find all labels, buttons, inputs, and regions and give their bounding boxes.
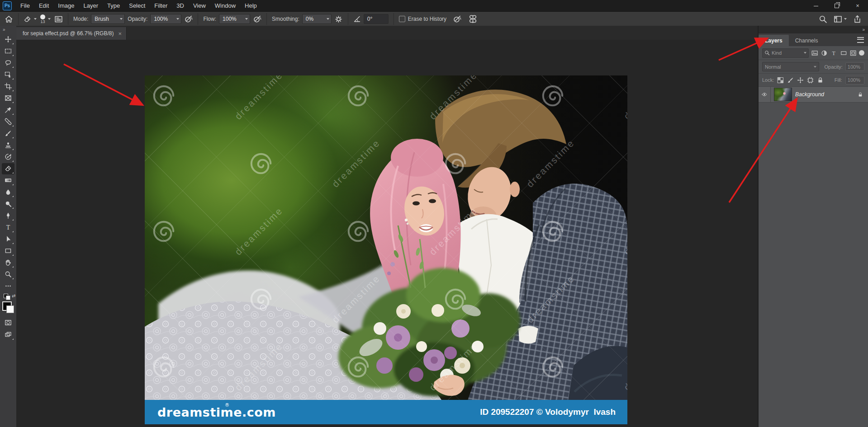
menu-select[interactable]: Select bbox=[124, 0, 150, 11]
lock-artboard-icon[interactable] bbox=[807, 77, 814, 84]
tool-clone-stamp[interactable] bbox=[2, 140, 14, 151]
tool-type[interactable]: T bbox=[2, 222, 14, 233]
tool-brush[interactable] bbox=[2, 128, 14, 139]
watermark-text: dreamstime bbox=[233, 75, 285, 122]
filter-adjustment-layers-icon[interactable] bbox=[821, 50, 828, 56]
menubar: FileEditImageLayerTypeSelectFilter3DView… bbox=[16, 0, 261, 11]
brush-settings-panel-icon[interactable] bbox=[54, 15, 63, 23]
brush-angle-input[interactable]: 0° bbox=[364, 14, 389, 24]
layer-filter-row: Kind T bbox=[759, 46, 868, 60]
pressure-size-icon[interactable] bbox=[453, 15, 461, 23]
filter-pixel-layers-icon[interactable] bbox=[811, 50, 818, 56]
screen-mode-button[interactable] bbox=[2, 329, 14, 341]
layer-thumbnail[interactable] bbox=[774, 88, 792, 101]
layer-filter-kind-dropdown[interactable]: Kind bbox=[762, 48, 809, 58]
minimize-button[interactable] bbox=[806, 0, 826, 11]
quick-mask-button[interactable] bbox=[2, 317, 14, 328]
lasso-tool-icon bbox=[5, 59, 12, 66]
opacity-dropdown[interactable]: 100% bbox=[150, 14, 181, 24]
layer-row-background[interactable]: Background bbox=[759, 87, 868, 103]
menu-file[interactable]: File bbox=[16, 0, 34, 11]
home-icon[interactable] bbox=[5, 15, 13, 23]
lock-all-icon[interactable] bbox=[817, 77, 824, 84]
filter-smart-objects-icon[interactable] bbox=[849, 50, 857, 56]
type-tool-icon: T bbox=[5, 224, 12, 231]
lock-position-icon[interactable] bbox=[797, 77, 804, 84]
tool-rectangle[interactable] bbox=[2, 245, 14, 257]
filter-type-layers-icon[interactable]: T bbox=[830, 50, 837, 56]
menu-help[interactable]: Help bbox=[240, 0, 261, 11]
tool-rect-marquee[interactable] bbox=[2, 46, 14, 57]
tool-hand[interactable] bbox=[2, 257, 14, 268]
tool-frame[interactable] bbox=[2, 93, 14, 104]
document-canvas[interactable]: dreamstimedreamstimedreamstimedreamstime… bbox=[145, 75, 627, 424]
mode-dropdown[interactable]: Brush bbox=[91, 14, 125, 24]
foreground-background-swatches[interactable] bbox=[2, 301, 14, 313]
tool-zoom[interactable] bbox=[2, 269, 14, 280]
close-button[interactable]: × bbox=[847, 0, 868, 11]
tool-eraser[interactable] bbox=[2, 163, 14, 174]
tool-move[interactable] bbox=[2, 34, 14, 45]
smoothing-dropdown[interactable]: 0% bbox=[302, 14, 332, 24]
lock-pixels-icon[interactable] bbox=[787, 77, 794, 84]
background-color-swatch[interactable] bbox=[6, 305, 14, 313]
smoothing-options-gear-icon[interactable] bbox=[334, 15, 343, 23]
menu-window[interactable]: Window bbox=[210, 0, 240, 11]
tools-collapse-chevron[interactable]: » bbox=[0, 26, 16, 33]
tool-eyedropper[interactable] bbox=[2, 104, 14, 116]
panel-menu-icon[interactable] bbox=[857, 37, 864, 43]
blend-mode-dropdown[interactable]: Normal bbox=[762, 62, 819, 71]
layer-fill-value[interactable]: 100% bbox=[845, 76, 864, 84]
lock-transparency-icon[interactable] bbox=[777, 77, 784, 84]
tool-gradient[interactable] bbox=[2, 175, 14, 186]
tool-spot-healing[interactable] bbox=[2, 116, 14, 127]
menu-3d[interactable]: 3D bbox=[172, 0, 189, 11]
layer-visibility-toggle[interactable] bbox=[759, 87, 771, 102]
frame-tool-icon bbox=[5, 94, 12, 102]
menu-image[interactable]: Image bbox=[53, 0, 79, 11]
menu-view[interactable]: View bbox=[189, 0, 210, 11]
erase-to-history-option[interactable]: Erase to History bbox=[397, 16, 448, 22]
restore-button[interactable] bbox=[826, 0, 847, 11]
filter-shape-layers-icon[interactable] bbox=[840, 50, 847, 56]
tool-crop[interactable] bbox=[2, 81, 14, 92]
workspace-switcher[interactable] bbox=[834, 15, 847, 23]
watermark-text: dreamstime bbox=[330, 137, 383, 190]
paint-symmetry-icon[interactable] bbox=[469, 15, 477, 23]
share-icon[interactable] bbox=[853, 15, 862, 23]
filter-toggle-icon[interactable] bbox=[859, 50, 864, 56]
panel-collapse-chevron[interactable]: » bbox=[759, 26, 868, 33]
search-icon[interactable] bbox=[819, 15, 827, 23]
menu-type[interactable]: Type bbox=[103, 0, 124, 11]
watermark-swirl-icon bbox=[249, 152, 273, 177]
tool-edit-toolbar[interactable] bbox=[2, 281, 14, 292]
flow-dropdown[interactable]: 100% bbox=[219, 14, 250, 24]
menu-layer[interactable]: Layer bbox=[79, 0, 103, 11]
document-tab[interactable]: for sepia effect.psd @ 66.7% (RGB/8) × bbox=[16, 27, 127, 40]
tool-dodge[interactable] bbox=[2, 198, 14, 210]
svg-text:T: T bbox=[832, 50, 836, 56]
tool-lasso[interactable] bbox=[2, 57, 14, 69]
pressure-opacity-icon[interactable] bbox=[184, 15, 193, 23]
rect-marquee-tool-icon bbox=[5, 47, 12, 55]
erase-to-history-checkbox[interactable] bbox=[399, 16, 405, 22]
default-colors-icon[interactable]: ⇄ bbox=[4, 294, 11, 300]
swap-colors-icon[interactable]: ⇄ bbox=[12, 293, 15, 298]
airbrush-icon[interactable] bbox=[253, 15, 261, 23]
tool-object-selection[interactable] bbox=[2, 69, 14, 80]
watermark-text: dreamstime bbox=[525, 273, 577, 325]
tool-blur[interactable] bbox=[2, 187, 14, 198]
layer-opacity-value[interactable]: 100% bbox=[845, 62, 864, 71]
menu-filter[interactable]: Filter bbox=[150, 0, 172, 11]
panel-tab-layers[interactable]: Layers bbox=[759, 35, 789, 46]
menu-edit[interactable]: Edit bbox=[34, 0, 53, 11]
tool-history-brush[interactable] bbox=[2, 151, 14, 163]
watermark-swirl-icon bbox=[249, 288, 273, 312]
tool-preset-picker[interactable] bbox=[22, 15, 38, 23]
panel-tab-channels[interactable]: Channels bbox=[789, 35, 825, 46]
brush-size-picker[interactable]: 13 bbox=[38, 14, 52, 24]
watermark-swirl-icon bbox=[541, 84, 565, 109]
tool-path-selection[interactable] bbox=[2, 234, 14, 245]
tab-close-icon[interactable]: × bbox=[118, 31, 122, 37]
tool-pen[interactable] bbox=[2, 210, 14, 221]
